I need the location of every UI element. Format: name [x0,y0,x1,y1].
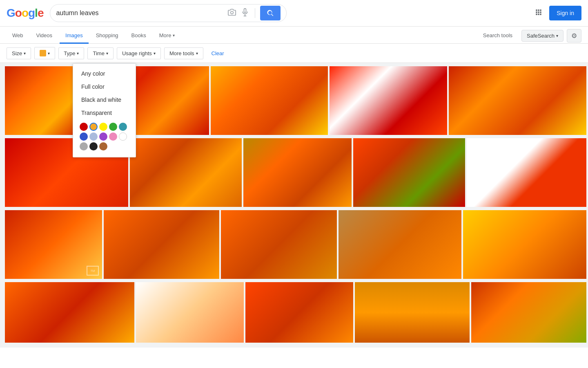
nav-item-books[interactable]: Books [126,28,152,44]
image-row-3: TM [3,210,588,279]
usage-rights-filter-button[interactable]: Usage rights ▾ [117,47,161,59]
color-teal[interactable] [119,123,127,131]
google-logo[interactable]: Google [7,7,43,20]
transparent-option[interactable]: Transparent [73,106,136,119]
image-item[interactable] [339,210,462,279]
search-input[interactable]: autumn leaves [56,9,224,17]
chevron-down-icon: ▾ [77,51,79,56]
filter-bar: Size ▾ ▾ Type ▾ Time ▾ Usage rights ▾ Mo… [0,44,588,63]
time-filter-button[interactable]: Time ▾ [87,47,113,59]
image-item[interactable] [353,138,465,207]
image-item[interactable] [211,66,328,135]
nav-item-videos[interactable]: Videos [31,28,58,44]
color-pink[interactable] [109,132,117,141]
color-swatch [40,50,46,56]
clear-button[interactable]: Clear [207,48,229,59]
type-filter-button[interactable]: Type ▾ [58,47,84,59]
nav-item-shopping[interactable]: Shopping [90,28,124,44]
chevron-down-icon: ▾ [106,51,108,56]
safe-search-button[interactable]: SafeSearch ▾ [521,30,564,42]
image-item[interactable] [136,282,244,343]
chevron-down-icon: ▾ [173,33,175,38]
chevron-down-icon: ▾ [48,51,50,56]
color-filter-button[interactable]: ▾ [34,47,55,59]
image-row-4 [3,282,588,343]
color-green[interactable] [109,123,117,131]
any-color-option[interactable]: Any color [73,67,136,80]
image-item[interactable] [221,210,336,279]
color-dropdown: Any color Full color Black and white Tra… [73,63,136,157]
chevron-down-icon: ▾ [556,34,558,38]
nav-bar: Web Videos Images Shopping Books More ▾ … [0,27,588,44]
camera-search-button[interactable] [227,7,237,19]
image-item[interactable]: TM [5,210,102,279]
color-light-blue[interactable] [89,132,98,141]
image-item[interactable] [467,138,586,207]
image-item[interactable] [355,282,470,343]
nav-item-search-tools[interactable]: Search tools [477,28,518,44]
image-item[interactable] [5,282,134,343]
image-item[interactable] [330,66,447,135]
nav-item-more[interactable]: More ▾ [154,28,181,44]
image-item[interactable] [449,66,586,135]
color-palette [73,119,136,154]
more-tools-filter-button[interactable]: More tools ▾ [164,47,203,59]
image-item[interactable] [245,282,353,343]
sign-in-button[interactable]: Sign in [549,6,581,20]
chevron-down-icon: ▾ [24,51,26,56]
color-red[interactable] [80,123,88,131]
color-blue[interactable] [80,132,88,141]
apps-grid-button[interactable] [533,7,544,20]
header-right: Sign in [533,6,581,20]
chevron-down-icon: ▾ [154,51,156,56]
chevron-down-icon: ▾ [196,51,198,56]
color-white[interactable] [119,132,127,141]
svg-rect-1 [244,8,246,12]
voice-search-button[interactable] [240,7,250,19]
search-button[interactable] [260,6,281,20]
nav-item-images[interactable]: Images [60,28,89,44]
header: Google autumn leaves Sign [0,0,588,27]
settings-button[interactable]: ⚙ [567,29,581,43]
image-item[interactable] [104,210,219,279]
color-gray[interactable] [80,142,88,150]
svg-point-0 [231,11,234,14]
color-purple[interactable] [99,132,107,141]
full-color-option[interactable]: Full color [73,80,136,93]
image-item[interactable] [130,138,242,207]
color-black[interactable] [89,142,98,150]
color-brown[interactable] [99,142,107,150]
black-white-option[interactable]: Black and white [73,93,136,106]
nav-right: Search tools SafeSearch ▾ ⚙ [477,28,581,43]
image-item[interactable] [463,210,586,279]
size-filter-button[interactable]: Size ▾ [7,47,31,59]
image-item[interactable] [471,282,586,343]
search-bar: autumn leaves [50,4,287,22]
color-yellow[interactable] [99,123,107,131]
nav-item-web[interactable]: Web [7,28,29,44]
color-orange[interactable] [89,123,98,131]
image-item[interactable] [243,138,352,207]
